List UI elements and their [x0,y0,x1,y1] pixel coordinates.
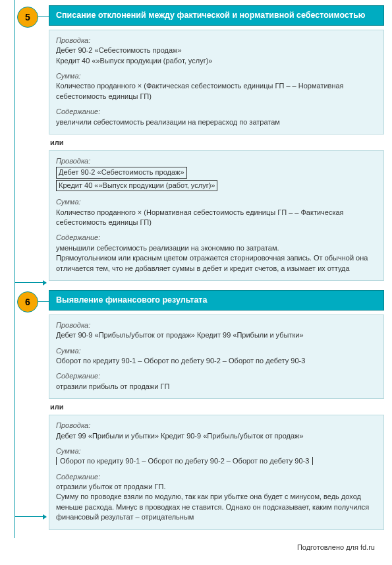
label-content: Содержание: [56,371,377,381]
entry-line: Дебет 90-2 «Себестоимость продаж» [56,45,377,55]
label-amount: Сумма: [56,71,377,81]
entry-line: Кредит 40 «»Выпуск продукции (работ, усл… [56,56,377,66]
extra-text: Прямоугольником или красным цветом отраж… [56,253,377,274]
label-amount: Сумма: [56,346,377,356]
label-amount: Сумма: [56,446,377,456]
label-entry: Проводка: [56,36,377,45]
extra-text: Сумму по проводке взяли по модулю, так к… [56,492,377,522]
label-content: Содержание: [56,233,377,243]
content-text: уменьшили себестоимость реализации на эк… [56,243,377,253]
entry-line: Дебет 99 «Прибыли и убытки» Кредит 90-9 … [56,431,377,441]
label-content: Содержание: [56,107,377,117]
label-entry: Проводка: [56,421,377,431]
content-text: отразили прибыль от продажи ГП [56,382,377,392]
or-separator: или [50,403,384,411]
label-entry: Проводка: [56,320,377,330]
label-amount: Сумма: [56,197,377,207]
footer-text: Подготовлено для fd.ru [8,539,384,551]
amount-text: Оборот по кредиту 90-1 – Оборот по дебет… [56,356,377,366]
label-content: Содержание: [56,472,377,482]
or-separator: или [50,138,384,146]
page: 5 Списание отклонений между фактической … [0,0,392,564]
content-text: отразили убыток от продажи ГП. [56,482,377,492]
step-body: Проводка: Дебет 90-2 «Себестоимость прод… [49,30,384,281]
label-entry: Проводка: [56,156,377,166]
flow-connector [14,282,46,283]
step-header: Списание отклонений между фактической и … [49,5,384,26]
step-body: Проводка: Дебет 90-9 «Прибыль/убыток от … [49,314,384,530]
entry-line-storno: Кредит 40 «»Выпуск продукции (работ, усл… [56,180,217,191]
step-5: 5 Списание отклонений между фактической … [8,5,384,281]
amount-text: Количество проданного × (Нормативная себ… [56,208,377,228]
entry-line-storno: Дебет 90-2 «Себестоимость продаж» [56,167,187,178]
entry-box: Проводка: Дебет 99 «Прибыли и убытки» Кр… [49,415,384,530]
step-header: Выявление финансового результата [49,290,384,311]
amount-text-abs: Оборот по кредиту 90-1 – Оборот по дебет… [56,457,313,465]
step-6: 6 Выявление финансового результата Прово… [8,290,384,530]
amount-text: Количество проданного × (Фактическая себ… [56,81,377,102]
entry-box: Проводка: Дебет 90-2 «Себестоимость прод… [49,30,384,134]
entry-box: Проводка: Дебет 90-9 «Прибыль/убыток от … [49,314,384,399]
step-badge: 6 [17,291,38,312]
step-badge: 5 [17,7,38,28]
entry-box: Проводка: Дебет 90-2 «Себестоимость прод… [49,150,384,281]
content-text: увеличили себестоимость реализации на пе… [56,117,377,127]
entry-line: Дебет 90-9 «Прибыль/убыток от продаж» Кр… [56,330,377,340]
